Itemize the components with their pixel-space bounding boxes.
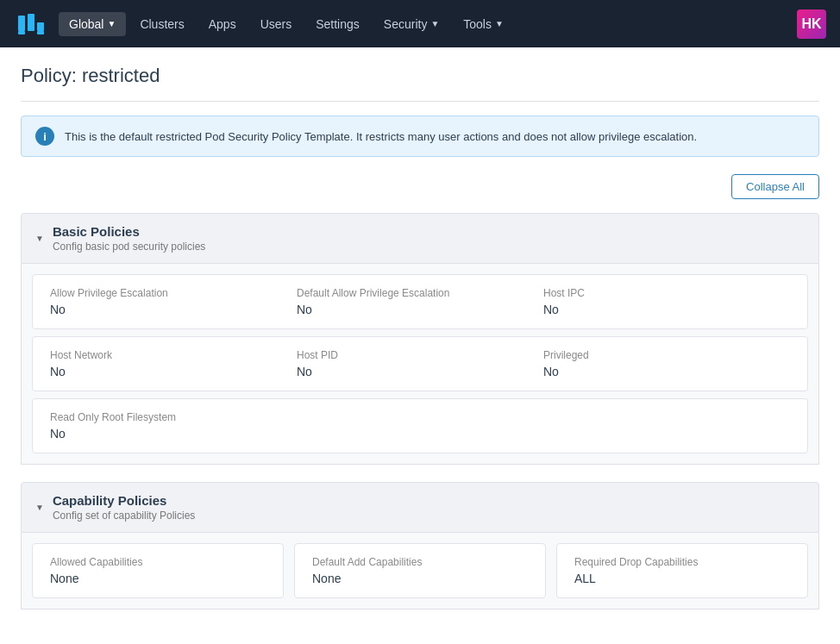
capability-policies-body: Allowed Capabilities None Default Add Ca… bbox=[21, 533, 819, 610]
policy-field: Host IPC No bbox=[543, 287, 790, 316]
capability-value: None bbox=[312, 572, 528, 585]
policy-label: Host IPC bbox=[543, 287, 790, 299]
list-item: Allowed Capabilities None bbox=[32, 543, 284, 598]
nav-item-tools[interactable]: Tools ▼ bbox=[453, 12, 514, 36]
basic-policies-body: Allow Privilege Escalation No Default Al… bbox=[21, 264, 819, 465]
policy-label: Host Network bbox=[50, 349, 297, 361]
policy-label: Read Only Root Filesystem bbox=[50, 411, 297, 423]
svg-rect-4 bbox=[18, 16, 25, 20]
capability-policies-section: ▼ Capability Policies Config set of capa… bbox=[21, 482, 819, 610]
policy-field: Read Only Root Filesystem No bbox=[50, 411, 297, 441]
nav-item-settings[interactable]: Settings bbox=[305, 12, 370, 36]
svg-rect-6 bbox=[37, 31, 44, 34]
chevron-down-icon: ▼ bbox=[107, 19, 116, 28]
policy-field: Privileged No bbox=[543, 349, 790, 378]
capability-value: None bbox=[50, 572, 266, 585]
policy-value: No bbox=[543, 303, 790, 316]
nav-item-security[interactable]: Security ▼ bbox=[373, 12, 449, 36]
page-content: Policy: restricted i This is the default… bbox=[0, 47, 840, 644]
capability-policies-subtitle: Config set of capability Policies bbox=[53, 510, 195, 522]
user-avatar[interactable]: HK bbox=[797, 9, 826, 39]
policy-field bbox=[543, 411, 790, 441]
navbar: Global ▼ Clusters Apps Users Settings Se… bbox=[0, 0, 840, 47]
policy-field: Host PID No bbox=[297, 349, 543, 378]
policy-label: Host PID bbox=[297, 349, 543, 361]
policy-field bbox=[297, 411, 543, 441]
basic-policies-header[interactable]: ▼ Basic Policies Config basic pod securi… bbox=[21, 213, 819, 264]
chevron-down-icon: ▼ bbox=[35, 503, 44, 512]
policy-field: Host Network No bbox=[50, 349, 297, 378]
svg-rect-3 bbox=[37, 22, 44, 31]
basic-policies-title: Basic Policies bbox=[53, 224, 205, 239]
capability-label: Default Add Capabilities bbox=[312, 556, 528, 568]
info-icon: i bbox=[35, 127, 54, 146]
capability-value: ALL bbox=[574, 572, 790, 585]
list-item: Default Add Capabilities None bbox=[294, 543, 546, 598]
capability-policies-title: Capability Policies bbox=[53, 493, 195, 508]
chevron-down-icon: ▼ bbox=[35, 234, 44, 243]
svg-rect-2 bbox=[28, 14, 34, 31]
table-row: Host Network No Host PID No Privileged N… bbox=[32, 336, 808, 391]
capability-label: Required Drop Capabilities bbox=[574, 556, 790, 568]
logo bbox=[14, 9, 48, 40]
chevron-down-icon: ▼ bbox=[495, 19, 504, 28]
svg-rect-5 bbox=[18, 31, 25, 34]
basic-policies-section: ▼ Basic Policies Config basic pod securi… bbox=[21, 213, 819, 465]
list-item: Required Drop Capabilities ALL bbox=[556, 543, 808, 598]
info-banner: i This is the default restricted Pod Sec… bbox=[21, 116, 819, 157]
nav-item-users[interactable]: Users bbox=[250, 12, 303, 36]
nav-item-global[interactable]: Global ▼ bbox=[59, 12, 126, 36]
nav-item-apps[interactable]: Apps bbox=[198, 12, 247, 36]
policy-value: No bbox=[50, 365, 297, 378]
navbar-right: HK bbox=[797, 9, 826, 39]
table-row: Read Only Root Filesystem No bbox=[32, 398, 808, 453]
policy-field: Allow Privilege Escalation No bbox=[50, 287, 297, 316]
svg-rect-1 bbox=[18, 19, 25, 31]
policy-value: No bbox=[50, 427, 297, 441]
collapse-all-button[interactable]: Collapse All bbox=[731, 174, 819, 199]
basic-policies-subtitle: Config basic pod security policies bbox=[53, 241, 205, 253]
page-title: Policy: restricted bbox=[21, 65, 819, 87]
info-text: This is the default restricted Pod Secur… bbox=[65, 130, 697, 143]
toolbar: Collapse All bbox=[21, 174, 819, 199]
table-row: Allow Privilege Escalation No Default Al… bbox=[32, 274, 808, 329]
policy-value: No bbox=[297, 303, 543, 316]
capability-label: Allowed Capabilities bbox=[50, 556, 266, 568]
page-divider bbox=[21, 101, 819, 102]
policy-label: Default Allow Privilege Escalation bbox=[297, 287, 543, 299]
policy-field: Default Allow Privilege Escalation No bbox=[297, 287, 543, 316]
nav-item-clusters[interactable]: Clusters bbox=[129, 12, 194, 36]
capability-policies-header[interactable]: ▼ Capability Policies Config set of capa… bbox=[21, 482, 819, 533]
policy-value: No bbox=[50, 303, 297, 316]
chevron-down-icon: ▼ bbox=[430, 19, 439, 28]
policy-label: Allow Privilege Escalation bbox=[50, 287, 297, 299]
policy-value: No bbox=[543, 365, 790, 378]
policy-label: Privileged bbox=[543, 349, 790, 361]
policy-value: No bbox=[297, 365, 543, 378]
